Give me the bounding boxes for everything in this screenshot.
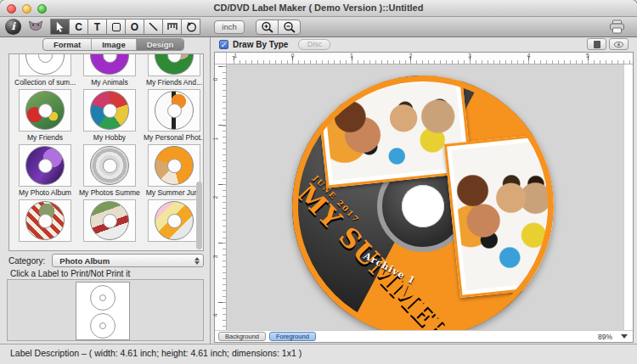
canvas-bottom-bar: Background Foreground 89% bbox=[215, 330, 633, 342]
cd-thumbnail-art10[interactable] bbox=[25, 201, 65, 240]
ruler-label: 3 bbox=[468, 53, 471, 59]
disc-title-block[interactable]: JUNE 2017 MY SUMMER bbox=[293, 174, 461, 330]
category-row: Category: Photo Album bbox=[8, 254, 204, 267]
disc-archive-text[interactable]: Archive 1 bbox=[362, 250, 417, 287]
canvas-area[interactable]: JUNE 2017 MY SUMMER Archive 1 bbox=[227, 64, 623, 330]
magnifier-plus-icon bbox=[261, 21, 274, 33]
thumbnail-frame[interactable] bbox=[83, 89, 136, 132]
text-tool-button[interactable]: T bbox=[87, 19, 107, 35]
cd-thumbnail-art4[interactable] bbox=[25, 91, 65, 130]
design-thumbnail[interactable]: My Photos Summer bbox=[79, 144, 140, 199]
title-bar[interactable]: CD/DVD Label Maker ( Demo Version )::Unt… bbox=[0, 0, 637, 17]
gallery-scrollbar[interactable] bbox=[196, 182, 202, 249]
design-gallery[interactable]: Collection of sum...My AnimalsMy Friends… bbox=[8, 53, 204, 251]
tab-image[interactable]: Image bbox=[91, 39, 135, 50]
print-button[interactable] bbox=[609, 20, 625, 34]
thumbnail-caption: My Friends bbox=[27, 133, 63, 142]
label-circle-2[interactable] bbox=[90, 313, 116, 339]
label-circle-1[interactable] bbox=[90, 285, 116, 311]
cd-thumbnail-art5[interactable] bbox=[90, 91, 129, 130]
select-tool-button[interactable] bbox=[50, 19, 70, 35]
zoom-button-group bbox=[256, 20, 301, 35]
zoom-level-select[interactable]: 89% bbox=[598, 333, 628, 341]
background-tab[interactable]: Background bbox=[218, 332, 266, 341]
unit-button[interactable]: inch bbox=[214, 20, 245, 34]
line-tool-button[interactable] bbox=[144, 19, 163, 35]
design-thumbnail[interactable]: My Animals bbox=[79, 53, 140, 89]
thumbnail-frame[interactable] bbox=[148, 199, 200, 242]
horizontal-ruler: -1012345 bbox=[227, 53, 633, 64]
photo-frame-2[interactable] bbox=[444, 133, 554, 298]
thumbnail-frame[interactable] bbox=[19, 89, 71, 132]
design-thumbnail[interactable] bbox=[14, 199, 76, 251]
print-preview-box[interactable] bbox=[7, 279, 204, 341]
thumbnail-frame[interactable] bbox=[148, 89, 200, 132]
thumbnail-frame[interactable] bbox=[83, 199, 136, 242]
ruler-label: 0 bbox=[291, 53, 295, 59]
tool-group: C T O bbox=[51, 19, 200, 35]
fill-tool-button[interactable] bbox=[181, 19, 200, 35]
cursor-arrow-icon bbox=[55, 21, 65, 32]
thumbnail-frame[interactable] bbox=[148, 144, 200, 187]
barcode-tool-button[interactable] bbox=[162, 19, 182, 35]
thumbnail-caption: My Hobby bbox=[93, 133, 126, 142]
design-thumbnail[interactable]: My Friends bbox=[14, 89, 76, 144]
ellipse-tool-button[interactable]: O bbox=[125, 19, 144, 35]
window-title: CD/DVD Label Maker ( Demo Version )::Unt… bbox=[0, 3, 637, 13]
cd-thumbnail-art2[interactable] bbox=[90, 53, 129, 75]
vertical-ruler: 01234 bbox=[215, 64, 227, 330]
label-sheet-preview[interactable] bbox=[76, 282, 130, 340]
page-view-button[interactable] bbox=[587, 38, 606, 50]
foreground-tab[interactable]: Foreground bbox=[269, 332, 316, 341]
thumbnail-frame[interactable] bbox=[148, 53, 200, 76]
cd-thumbnail-art3[interactable] bbox=[155, 53, 194, 75]
design-thumbnail[interactable]: My Personal Phot... bbox=[144, 89, 204, 144]
tab-format[interactable]: Format bbox=[43, 39, 91, 50]
photo-frame-1[interactable] bbox=[316, 76, 472, 188]
thumbnail-frame[interactable] bbox=[19, 53, 71, 76]
design-thumbnail[interactable] bbox=[144, 199, 204, 251]
design-panel: Format Image Design Collection of sum...… bbox=[0, 37, 211, 344]
rectangle-tool-button[interactable] bbox=[106, 19, 126, 35]
thumbnail-caption: My Personal Phot... bbox=[144, 133, 204, 142]
design-thumbnail[interactable]: My Summer June bbox=[144, 144, 204, 199]
ruler-label: 4 bbox=[212, 314, 218, 317]
thumbnail-frame[interactable] bbox=[83, 53, 136, 76]
arc-tool-button[interactable]: C bbox=[69, 19, 88, 35]
thumbnail-frame[interactable] bbox=[19, 199, 71, 242]
cd-thumbnail-art12[interactable] bbox=[155, 201, 194, 240]
preview-eye-button[interactable] bbox=[609, 38, 629, 50]
category-dropdown[interactable]: Photo Album bbox=[52, 254, 204, 267]
toolbar: i C T O bbox=[0, 17, 637, 37]
thumbnail-frame[interactable] bbox=[19, 144, 71, 187]
design-thumbnail[interactable]: Collection of sum... bbox=[14, 53, 76, 89]
tab-design[interactable]: Design bbox=[136, 39, 184, 50]
cd-label-design[interactable]: JUNE 2017 MY SUMMER Archive 1 bbox=[292, 76, 554, 330]
zoom-out-button[interactable] bbox=[278, 20, 301, 35]
cd-thumbnail-art8[interactable] bbox=[90, 146, 129, 185]
disc-center-hole bbox=[402, 185, 444, 227]
cd-thumbnail-art7[interactable] bbox=[25, 146, 65, 185]
disc-button[interactable]: Disc bbox=[298, 39, 330, 50]
thumbnail-frame[interactable] bbox=[83, 144, 136, 187]
design-thumbnail[interactable]: My Friends And... bbox=[144, 53, 204, 89]
cd-thumbnail-art1[interactable] bbox=[25, 53, 65, 75]
design-thumbnail[interactable] bbox=[79, 199, 140, 251]
cd-thumbnail-art6[interactable] bbox=[155, 91, 194, 130]
ruler-label: 4 bbox=[527, 53, 531, 59]
draw-by-type-checkbox[interactable]: ✓ bbox=[219, 40, 228, 49]
design-thumbnail[interactable]: My Hobby bbox=[79, 89, 140, 144]
disc-hub bbox=[377, 160, 469, 252]
dropdown-stepper-icon bbox=[193, 257, 203, 265]
ruler-corner bbox=[215, 53, 227, 64]
design-thumbnail[interactable]: My Photo Album bbox=[14, 144, 76, 199]
mask-icon[interactable] bbox=[28, 20, 43, 33]
info-button[interactable]: i bbox=[5, 19, 21, 35]
ruler-label: 5 bbox=[586, 53, 589, 59]
rectangle-icon bbox=[112, 23, 121, 31]
zoom-in-button[interactable] bbox=[256, 20, 279, 35]
cd-thumbnail-art11[interactable] bbox=[90, 201, 129, 240]
canvas-vertical-scrollbar[interactable] bbox=[623, 64, 633, 330]
orange-band bbox=[347, 76, 554, 330]
cd-thumbnail-art9[interactable] bbox=[155, 146, 194, 185]
